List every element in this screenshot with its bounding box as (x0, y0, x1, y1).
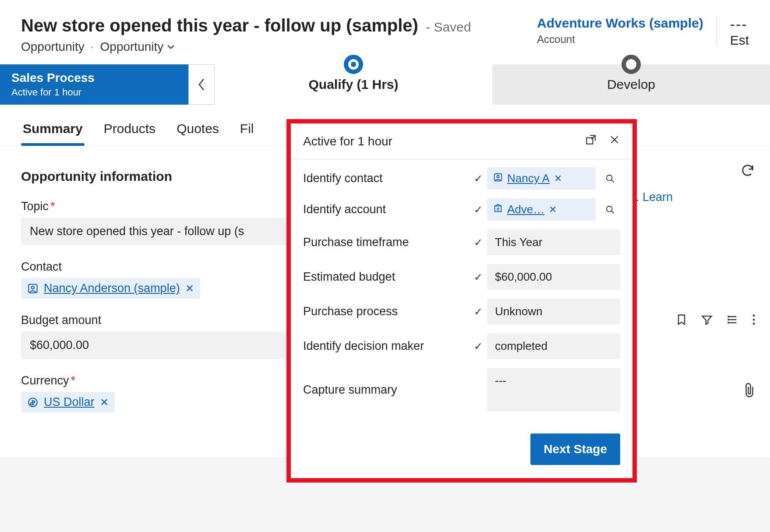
account-icon (493, 203, 503, 216)
flyout-row: Identify account✓Adve…✕ (303, 198, 620, 221)
contact-icon (27, 283, 39, 294)
contact-link[interactable]: Nancy Anderson (sample) (44, 282, 180, 295)
svg-point-5 (753, 323, 755, 325)
currency-lookup-chip[interactable]: US Dollar ✕ (21, 392, 115, 412)
bpf-stage-develop[interactable]: Develop (492, 64, 770, 105)
header-est-value: --- (730, 16, 749, 33)
stage-marker-active-icon (344, 55, 363, 74)
contact-lookup-chip[interactable]: Nancy Anderson (sample) ✕ (21, 278, 200, 299)
stage-marker-empty-icon (622, 55, 641, 74)
svg-point-11 (607, 206, 612, 211)
flyout-row: Estimated budget✓$60,000.00 (303, 264, 620, 290)
contact-icon (493, 172, 503, 185)
attach-button[interactable] (743, 381, 759, 403)
search-lookup-button[interactable] (600, 200, 620, 220)
form-name: Opportunity (100, 40, 164, 54)
business-process-flow: Sales Process Active for 1 hour Qualify … (0, 64, 770, 105)
clear-lookup-icon[interactable]: ✕ (554, 173, 562, 184)
flyout-title: Active for 1 hour (303, 134, 392, 148)
bookmark-icon[interactable] (675, 314, 688, 329)
flyout-field-label: Identify account (303, 203, 470, 216)
filter-icon[interactable] (701, 314, 713, 329)
bpf-stage-qualify[interactable]: Qualify (1 Hrs) (215, 64, 492, 105)
flyout-field-label: Purchase process (303, 305, 470, 318)
search-lookup-button[interactable] (600, 169, 620, 189)
bpf-header[interactable]: Sales Process Active for 1 hour (0, 64, 188, 105)
lookup-link[interactable]: Nancy A (507, 172, 550, 185)
header-account-label: Account (537, 33, 703, 46)
flyout-row: Purchase process✓Unknown (303, 299, 620, 324)
more-icon[interactable] (752, 314, 756, 329)
form-selector[interactable]: Opportunity (100, 40, 175, 54)
next-stage-button[interactable]: Next Stage (530, 433, 620, 465)
save-status: - Saved (426, 20, 471, 34)
tab-quotes[interactable]: Quotes (175, 115, 221, 146)
flyout-field-value[interactable]: completed (487, 333, 620, 359)
lookup-chip[interactable]: Nancy A✕ (487, 167, 596, 190)
flyout-row: Capture summary--- (303, 368, 620, 412)
svg-rect-10 (495, 206, 502, 212)
header-est-label: Est (730, 33, 749, 48)
flyout-field-label: Estimated budget (303, 270, 470, 284)
list-icon[interactable] (726, 314, 738, 329)
flyout-field-value[interactable]: --- (487, 368, 620, 412)
header-account-link[interactable]: Adventure Works (sample) (537, 16, 703, 31)
stage-flyout: Active for 1 hour Identify contact✓Nancy… (286, 119, 637, 483)
svg-point-3 (753, 314, 755, 317)
stage-label: Qualify (1 Hrs) (308, 77, 398, 92)
lookup-link[interactable]: Adve… (507, 203, 544, 216)
bpf-duration: Active for 1 hour (11, 87, 177, 98)
svg-point-9 (607, 175, 612, 180)
chevron-left-icon (197, 78, 206, 91)
flyout-field-value[interactable]: This Year (487, 229, 620, 255)
paperclip-icon (743, 381, 756, 399)
close-icon[interactable] (609, 134, 620, 148)
checkmark-icon: ✓ (470, 271, 487, 283)
dock-icon[interactable] (585, 134, 597, 148)
svg-point-1 (32, 286, 35, 289)
checkmark-icon: ✓ (470, 204, 487, 216)
entity-name: Opportunity (21, 40, 85, 54)
tab-products[interactable]: Products (102, 115, 157, 146)
tab-files[interactable]: Fil (238, 115, 256, 146)
separator-dot: · (91, 40, 94, 54)
flyout-field-label: Capture summary (303, 383, 470, 397)
chevron-down-icon (167, 43, 175, 51)
clear-currency-icon[interactable]: ✕ (100, 396, 109, 409)
bpf-collapse-button[interactable] (188, 64, 215, 105)
flyout-row: Identify decision maker✓completed (303, 333, 620, 359)
checkmark-icon: ✓ (470, 173, 487, 185)
search-icon (605, 205, 615, 215)
flyout-row: Purchase timeframe✓This Year (303, 229, 620, 255)
flyout-field-value[interactable]: Unknown (487, 299, 620, 324)
search-icon (605, 174, 615, 183)
currency-icon (27, 397, 39, 408)
clear-lookup-icon[interactable]: ✕ (549, 204, 557, 215)
checkmark-icon: ✓ (470, 236, 487, 249)
tab-summary[interactable]: Summary (21, 115, 85, 146)
currency-link[interactable]: US Dollar (44, 395, 95, 409)
page-title: New store opened this year - follow up (… (21, 16, 418, 35)
learn-link[interactable]: Learn (643, 190, 673, 204)
clear-contact-icon[interactable]: ✕ (185, 282, 194, 295)
checkmark-icon: ✓ (470, 306, 487, 318)
flyout-field-label: Identify decision maker (303, 339, 470, 353)
svg-point-8 (497, 175, 499, 178)
refresh-icon (740, 163, 755, 178)
flyout-row: Identify contact✓Nancy A✕ (303, 167, 620, 190)
checkmark-icon: ✓ (470, 340, 487, 352)
lookup-chip[interactable]: Adve…✕ (487, 198, 596, 221)
svg-point-4 (753, 319, 755, 321)
header-divider (717, 16, 717, 46)
flyout-field-value[interactable]: $60,000.00 (487, 264, 620, 290)
flyout-field-label: Identify contact (303, 172, 470, 185)
refresh-button[interactable] (736, 159, 759, 186)
stage-label: Develop (607, 77, 655, 92)
flyout-field-label: Purchase timeframe (303, 236, 470, 249)
bpf-name: Sales Process (11, 71, 177, 85)
